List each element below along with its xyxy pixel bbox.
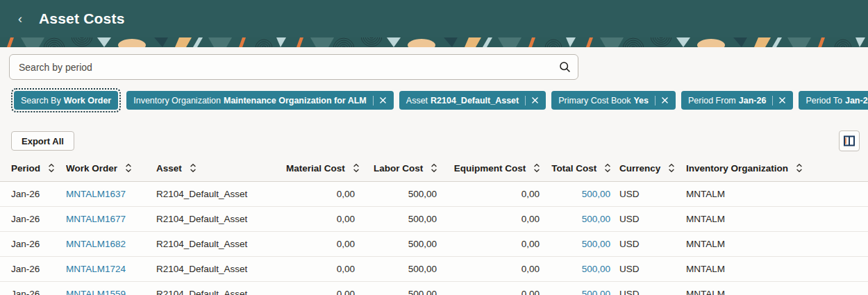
table-row: Jan-26MNTALM1682R2104_Default_Asset0,005… (0, 232, 868, 257)
chip-divider (373, 96, 374, 106)
cell-value: Jan-26 (11, 289, 40, 295)
cell-value: Jan-26 (11, 264, 40, 274)
export-all-button[interactable]: Export All (11, 131, 74, 151)
close-icon (531, 96, 539, 104)
chip-value: Work Order (64, 96, 112, 106)
cell-value: 0,00 (521, 289, 540, 295)
cell-value: Jan-26 (11, 239, 40, 249)
table-columns-icon (843, 135, 856, 147)
chip-value: Jan-26 (739, 96, 767, 106)
asset-costs-table: Period Work Order Asset Material Cost La… (0, 157, 868, 295)
remove-filter-button[interactable] (778, 96, 786, 104)
filter-chip[interactable]: Inventory Organization Maintenance Organ… (126, 91, 394, 110)
column-header-equipment-cost[interactable]: Equipment Cost (446, 157, 549, 182)
cell-value: 0,00 (337, 289, 355, 295)
column-header-label: Total Cost (551, 163, 596, 174)
cell-value: Jan-26 (11, 214, 40, 224)
column-header-total-cost[interactable]: Total Cost (549, 157, 619, 182)
cell-value: 500,00 (408, 264, 437, 274)
column-header-label: Currency (619, 163, 660, 174)
search-row (9, 54, 857, 80)
cell-value: R2104_Default_Asset (156, 214, 247, 224)
filter-chip[interactable]: Primary Cost Book Yes (551, 91, 676, 110)
sort-icon (48, 163, 55, 173)
chip-label: Period From (688, 96, 736, 106)
chip-value: R2104_Default_Asset (431, 96, 519, 106)
search-by-work-order-chip[interactable]: Search By Work Order (14, 91, 118, 110)
table-row: Jan-26MNTALM1724R2104_Default_Asset0,005… (0, 257, 868, 282)
work-order-link[interactable]: MNTALM1677 (66, 214, 126, 224)
sort-icon (353, 163, 360, 173)
sort-icon (125, 163, 132, 173)
search-input[interactable] (10, 62, 578, 73)
sort-icon (796, 163, 803, 173)
column-header-label: Inventory Organization (686, 163, 788, 174)
column-header-label: Period (11, 163, 40, 174)
remove-filter-button[interactable] (661, 96, 669, 104)
cell-value: USD (619, 239, 640, 249)
column-header-asset[interactable]: Asset (156, 157, 286, 182)
column-header-inventory-organization[interactable]: Inventory Organization (686, 157, 868, 182)
search-icon (559, 61, 571, 73)
filter-chip[interactable]: Asset R2104_Default_Asset (399, 91, 546, 110)
cell-value: 500,00 (408, 189, 437, 199)
column-header-labor-cost[interactable]: Labor Cost (364, 157, 446, 182)
column-header-period[interactable]: Period (0, 157, 66, 182)
column-header-label: Equipment Cost (454, 163, 526, 174)
table-header-row: Period Work Order Asset Material Cost La… (0, 157, 868, 182)
remove-filter-button[interactable] (531, 96, 539, 104)
total-cost-link[interactable]: 500,00 (582, 214, 610, 224)
manage-columns-button[interactable] (839, 130, 860, 151)
cell-value: USD (619, 214, 640, 224)
chip-divider (655, 96, 656, 106)
cell-value: Jan-26 (11, 189, 40, 199)
page-title: Asset Costs (39, 10, 125, 27)
cell-value: R2104_Default_Asset (156, 239, 247, 249)
sort-icon (431, 163, 437, 173)
back-button[interactable]: ‹ (11, 10, 29, 28)
work-order-link[interactable]: MNTALM1724 (66, 264, 126, 274)
total-cost-link[interactable]: 500,00 (582, 189, 610, 199)
column-header-label: Asset (156, 163, 182, 174)
column-header-label: Work Order (66, 163, 117, 174)
filter-chips-row: Search By Work Order Inventory Organizat… (11, 88, 858, 112)
work-order-link[interactable]: MNTALM1637 (66, 189, 126, 199)
chip-divider (772, 96, 773, 106)
chevron-left-icon: ‹ (18, 12, 22, 25)
column-header-material-cost[interactable]: Material Cost (286, 157, 364, 182)
chip-value: Maintenance Organization for ALM (224, 96, 367, 106)
search-button[interactable] (559, 55, 571, 79)
table-toolbar: Export All (11, 130, 860, 151)
column-header-currency[interactable]: Currency (619, 157, 686, 182)
cell-value: 0,00 (337, 189, 355, 199)
cell-value: MNTALM (686, 214, 725, 224)
filter-chip[interactable]: Period To Jan-26 (799, 91, 868, 110)
filter-chip[interactable]: Period From Jan-26 (681, 91, 793, 110)
column-header-work-order[interactable]: Work Order (66, 157, 156, 182)
cell-value: 0,00 (337, 264, 355, 274)
chip-value: Jan-26 (845, 96, 868, 106)
sort-icon (190, 163, 197, 173)
cell-value: USD (619, 289, 640, 295)
search-by-chip-focus-ring: Search By Work Order (11, 88, 121, 112)
decorative-pattern-band (0, 37, 868, 47)
cell-value: 0,00 (337, 239, 355, 249)
close-icon (778, 96, 786, 104)
cell-value: 0,00 (521, 214, 540, 224)
app-header: ‹ Asset Costs (0, 0, 868, 37)
close-icon (379, 96, 387, 104)
remove-filter-button[interactable] (379, 96, 387, 104)
chip-label: Search By (21, 96, 61, 106)
cell-value: 500,00 (408, 239, 437, 249)
total-cost-link[interactable]: 500,00 (582, 239, 610, 249)
work-order-link[interactable]: MNTALM1682 (66, 239, 126, 249)
cell-value: MNTALM (686, 264, 725, 274)
cell-value: MNTALM (686, 189, 725, 199)
sort-icon (604, 163, 611, 173)
total-cost-link[interactable]: 500,00 (582, 264, 610, 274)
total-cost-link[interactable]: 500,00 (582, 289, 610, 295)
cell-value: R2104_Default_Asset (156, 264, 247, 274)
cell-value: 0,00 (521, 189, 540, 199)
work-order-link[interactable]: MNTALM1559 (66, 289, 126, 295)
cell-value: R2104_Default_Asset (156, 289, 247, 295)
